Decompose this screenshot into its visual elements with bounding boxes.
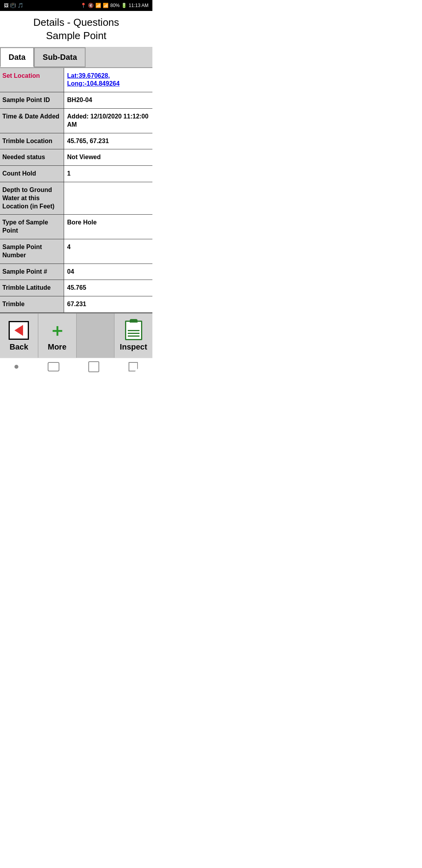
signal-icon: 📶 — [103, 3, 109, 8]
row-label-0: Set Location — [0, 68, 64, 92]
row-value-4: Not Viewed — [64, 149, 152, 165]
plus-icon: ＋ — [48, 322, 66, 339]
clipboard-line-2 — [128, 333, 139, 334]
row-value-9: 04 — [64, 264, 152, 280]
inspect-button[interactable]: Inspect — [114, 314, 152, 358]
table-row: Type of Sample PointBore Hole — [0, 215, 152, 239]
nav-home-btn[interactable] — [88, 361, 99, 372]
mute-icon: 🔇 — [88, 3, 94, 8]
table-row: Time & Date AddedAdded: 12/10/2020 11:12… — [0, 109, 152, 133]
wifi-icon: 📶 — [95, 3, 101, 8]
row-label-2: Time & Date Added — [0, 109, 64, 133]
row-label-1: Sample Point ID — [0, 92, 64, 108]
empty-button — [77, 314, 115, 358]
back-button[interactable]: Back — [0, 314, 38, 358]
status-right: 📍 🔇 📶 📶 80% 🔋 11:13 AM — [80, 3, 148, 8]
table-row: Trimble Location45.765, 67.231 — [0, 133, 152, 150]
back-icon-wrap — [8, 320, 29, 341]
clipboard-top — [130, 319, 138, 323]
table-row: Count Hold1 — [0, 166, 152, 182]
table-row: Sample Point Number4 — [0, 239, 152, 264]
inspect-label: Inspect — [120, 343, 147, 352]
row-label-6: Depth to Ground Water at this Location (… — [0, 182, 64, 214]
tab-bar: Data Sub-Data — [0, 47, 152, 68]
inspect-icon-wrap — [123, 320, 144, 341]
row-label-11: Trimble — [0, 296, 64, 312]
row-value-1: BH20-04 — [64, 92, 152, 108]
row-value-6 — [64, 182, 152, 214]
battery-text: 80% — [110, 3, 120, 8]
table-row: Sample Point #04 — [0, 264, 152, 280]
table-row: Set LocationLat:39.670628, Long:-104.849… — [0, 68, 152, 93]
table-row: Needed statusNot Viewed — [0, 149, 152, 166]
tab-subdata[interactable]: Sub-Data — [34, 47, 86, 67]
nav-back-btn[interactable] — [48, 362, 59, 371]
table-row: Trimble Latitude45.765 — [0, 280, 152, 296]
page-subtitle: Sample Point — [3, 29, 149, 43]
nav-dot — [14, 365, 18, 369]
nav-bar — [0, 358, 152, 376]
row-value-8: 4 — [64, 239, 152, 264]
more-button[interactable]: ＋ More — [38, 314, 77, 358]
back-label: Back — [9, 343, 28, 352]
location-icon: 📍 — [80, 3, 86, 8]
clipboard-icon — [125, 321, 142, 340]
row-value-11: 67.231 — [64, 296, 152, 312]
row-value-0[interactable]: Lat:39.670628, Long:-104.849264 — [64, 68, 152, 92]
row-value-7: Bore Hole — [64, 215, 152, 239]
row-label-5: Count Hold — [0, 166, 64, 182]
row-label-9: Sample Point # — [0, 264, 64, 280]
row-label-3: Trimble Location — [0, 133, 64, 149]
table-row: Depth to Ground Water at this Location (… — [0, 182, 152, 215]
voicemail-icon: 📳 — [10, 3, 16, 8]
status-left: 🖼 📳 🎵 — [4, 3, 23, 8]
bottom-toolbar: Back ＋ More Inspect — [0, 313, 152, 358]
clipboard-line-3 — [128, 335, 139, 337]
row-value-3: 45.765, 67.231 — [64, 133, 152, 149]
page-title: Details - Questions — [3, 16, 149, 29]
row-label-7: Type of Sample Point — [0, 215, 64, 239]
shazam-icon: 🎵 — [18, 3, 23, 8]
row-label-8: Sample Point Number — [0, 239, 64, 264]
row-label-10: Trimble Latitude — [0, 280, 64, 296]
nav-recent-btn[interactable] — [129, 362, 138, 371]
status-bar: 🖼 📳 🎵 📍 🔇 📶 📶 80% 🔋 11:13 AM — [0, 0, 152, 11]
row-value-5: 1 — [64, 166, 152, 182]
more-label: More — [48, 343, 66, 352]
tab-data[interactable]: Data — [0, 47, 34, 67]
back-icon-box — [9, 321, 29, 340]
gallery-icon: 🖼 — [4, 3, 9, 8]
row-value-10: 45.765 — [64, 280, 152, 296]
table-row: Sample Point IDBH20-04 — [0, 92, 152, 109]
clipboard-line-1 — [128, 330, 139, 331]
page-header: Details - Questions Sample Point — [0, 11, 152, 47]
data-table: Set LocationLat:39.670628, Long:-104.849… — [0, 68, 152, 313]
battery-icon: 🔋 — [121, 3, 127, 8]
more-icon-wrap: ＋ — [46, 320, 68, 341]
row-label-4: Needed status — [0, 149, 64, 165]
row-value-2: Added: 12/10/2020 11:12:00 AM — [64, 109, 152, 133]
table-row: Trimble67.231 — [0, 296, 152, 313]
time-display: 11:13 AM — [129, 3, 148, 8]
back-arrow-icon — [14, 325, 23, 336]
